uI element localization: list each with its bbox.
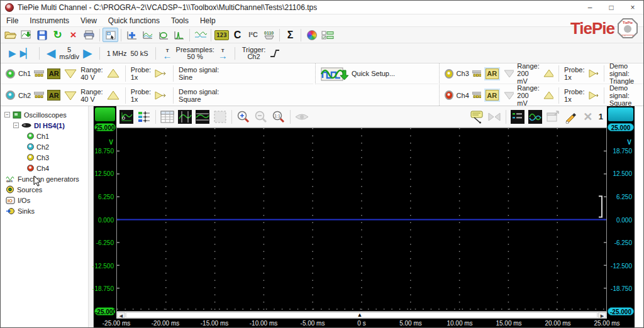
ch1-connector-icon[interactable] xyxy=(34,70,44,77)
oneshot-button[interactable]: ▶▏ xyxy=(20,48,32,59)
ch2-range-up-button[interactable] xyxy=(106,90,120,101)
hide-eye-icon[interactable] xyxy=(294,109,310,125)
ch4-range-down-button[interactable] xyxy=(503,90,514,101)
y-axis-left[interactable]: 25.000 V 18.750 12.500 6.250 0.000 -6.25… xyxy=(94,106,116,319)
delete-icon[interactable]: × xyxy=(65,28,81,42)
yt-graph-icon[interactable] xyxy=(140,28,155,42)
value-tables-icon[interactable] xyxy=(319,28,335,42)
meter-display-icon[interactable]: 123 xyxy=(214,28,230,42)
legend-background-icon[interactable] xyxy=(509,109,526,125)
close-button[interactable]: × xyxy=(622,1,643,14)
y-axis-right-header[interactable] xyxy=(608,107,633,121)
print-icon[interactable] xyxy=(81,28,97,42)
ch1-probe-icon[interactable] xyxy=(154,68,168,79)
channel-list-icon[interactable] xyxy=(136,109,152,125)
ch2-connector-icon[interactable] xyxy=(34,92,44,99)
pen-marker-icon[interactable] xyxy=(562,109,579,125)
ch2-demo-signal[interactable]: Demo signal: Square xyxy=(179,88,219,103)
data-table-icon[interactable] xyxy=(159,109,175,125)
tree-item-ios[interactable]: IO I/Os xyxy=(1,195,93,205)
tree-item-ch2[interactable]: Ch2 xyxy=(1,141,93,152)
save-icon[interactable] xyxy=(34,28,50,42)
ch3-range-up-button[interactable] xyxy=(543,68,553,79)
y-axis-left-header[interactable] xyxy=(95,107,115,121)
y-axis-right[interactable]: 25.000 V 18.750 12.500 6.250 0.000 -6.25… xyxy=(607,106,635,319)
current-clamp-icon[interactable]: C xyxy=(230,28,245,42)
trigger-source[interactable]: Trigger: Ch2 xyxy=(242,46,266,60)
close-graph-icon[interactable]: ✕ xyxy=(580,109,596,125)
trigger-position-marker[interactable]: ▲ xyxy=(357,312,362,318)
ch2-range-down-button[interactable] xyxy=(64,90,77,101)
measurements-icon[interactable] xyxy=(192,28,208,42)
horizontal-cursors-icon[interactable] xyxy=(194,109,211,125)
tree-item-oscilloscopes[interactable]: − Oscilloscopes xyxy=(1,109,93,120)
ch3-connector-icon[interactable] xyxy=(472,70,481,77)
timebase-faster-button[interactable]: ▶ xyxy=(83,47,92,59)
scroll-left-button[interactable]: ◀ xyxy=(117,312,125,318)
serial-analyzer-icon[interactable]: 0110 xyxy=(261,28,277,42)
add-graph-icon[interactable] xyxy=(124,28,140,42)
ch4-probe-icon[interactable] xyxy=(588,91,599,100)
open-icon[interactable] xyxy=(3,28,18,42)
zoom-in-icon[interactable] xyxy=(235,109,252,125)
zoom-out-icon[interactable] xyxy=(253,109,269,125)
timebase-slower-button[interactable]: ◀ xyxy=(47,47,56,59)
ch2-probe-icon[interactable] xyxy=(154,90,168,101)
presamples-increase-button[interactable]: T → xyxy=(218,48,228,58)
ch1-autorange-button[interactable]: AR xyxy=(47,68,60,79)
tree-item-ch1[interactable]: Ch1 xyxy=(1,131,93,141)
menu-instruments[interactable]: Instruments xyxy=(24,16,75,25)
collapse-icon[interactable]: − xyxy=(13,123,19,128)
open-measurement-icon[interactable] xyxy=(18,28,34,42)
ch1-demo-signal[interactable]: Demo signal: Sine xyxy=(179,66,219,81)
tree-item-ch3[interactable]: Ch3 xyxy=(1,152,93,163)
ch2-autorange-button[interactable]: AR xyxy=(47,90,60,101)
zoom-undo-icon[interactable]: 1:1 xyxy=(270,109,287,125)
collapse-icon[interactable]: − xyxy=(4,112,10,118)
menu-quick-functions[interactable]: Quick functions xyxy=(103,16,165,25)
menu-tools[interactable]: Tools xyxy=(165,16,194,25)
presamples-decrease-button[interactable]: T ← xyxy=(163,48,172,58)
scroll-right-button[interactable]: ▶ xyxy=(598,312,606,318)
box-cursors-icon[interactable] xyxy=(212,109,228,125)
label-callout-icon[interactable] xyxy=(469,109,485,125)
i2c-analyzer-icon[interactable]: I²C xyxy=(245,28,261,42)
tree-item-sinks[interactable]: Sinks xyxy=(1,205,93,216)
ch1-range-down-button[interactable] xyxy=(64,68,77,79)
ch3-range-down-button[interactable] xyxy=(503,68,514,79)
menu-help[interactable]: Help xyxy=(194,16,221,25)
ch1-range-up-button[interactable] xyxy=(106,68,120,79)
autoscale-icon[interactable] xyxy=(486,109,502,125)
signal-background-icon[interactable] xyxy=(527,109,543,125)
ch4-range-up-button[interactable] xyxy=(543,90,553,101)
ch3-autorange-button[interactable]: AR xyxy=(486,68,499,79)
refresh-icon[interactable]: ↻ xyxy=(50,28,65,42)
tree-item-sources[interactable]: Sources xyxy=(1,184,93,195)
tree-item-ch4[interactable]: Ch4 xyxy=(1,163,93,173)
maximize-button[interactable]: □ xyxy=(601,1,622,14)
popout-window-icon[interactable] xyxy=(545,109,561,125)
sidebar-scrollbar[interactable] xyxy=(88,106,93,327)
plot-area[interactable] xyxy=(116,128,607,312)
start-button[interactable]: ▶ xyxy=(9,48,16,59)
ch4-connector-icon[interactable] xyxy=(472,92,481,99)
xy-graph-icon[interactable] xyxy=(155,28,171,42)
trigger-edge-icon[interactable] xyxy=(269,48,280,59)
menu-view[interactable]: View xyxy=(75,16,103,25)
ch4-autorange-button[interactable]: AR xyxy=(486,90,499,101)
tree-item-di-hs4[interactable]: − DI HS4(1) xyxy=(1,120,93,131)
ch1-enable-led[interactable] xyxy=(6,69,15,79)
object-tree-toggle-icon[interactable] xyxy=(103,28,118,42)
tree-item-function-generators[interactable]: gen Function generators xyxy=(1,173,93,184)
ch2-enable-led[interactable] xyxy=(6,90,15,100)
fft-graph-icon[interactable] xyxy=(171,28,187,42)
ch4-demo-signal[interactable]: Demo signal: Square xyxy=(609,84,644,107)
menu-file[interactable]: File xyxy=(1,16,24,25)
graph-settings-icon[interactable] xyxy=(118,109,135,125)
quick-setup-button[interactable]: Quick Setup... xyxy=(316,65,395,82)
ch3-enable-led[interactable] xyxy=(445,69,453,79)
ch3-probe-icon[interactable] xyxy=(588,69,599,78)
ch3-demo-signal[interactable]: Demo signal: Triangle xyxy=(609,62,644,85)
colors-icon[interactable] xyxy=(304,28,319,42)
minimize-button[interactable]: – xyxy=(579,1,601,14)
